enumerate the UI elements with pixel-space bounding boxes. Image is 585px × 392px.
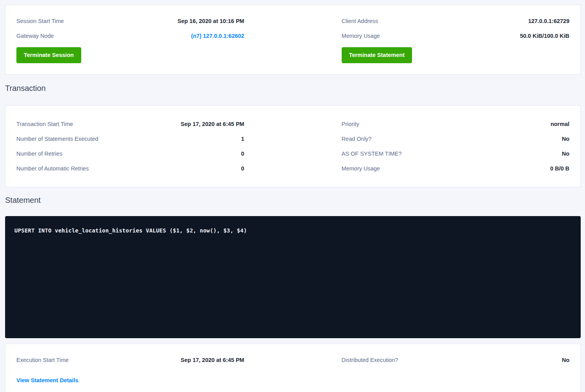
transaction-start-time-row: Transaction Start Time Sep 17, 2020 at 6… [16,120,244,128]
execution-card-right-column: Distributed Execution? No [342,356,569,385]
statements-executed-row: Number of Statements Executed 1 [16,135,244,143]
as-of-system-time-row: AS OF SYSTEM TIME? No [342,149,569,158]
retries-label: Number of Retries [16,149,62,158]
statements-executed-value: 1 [241,135,244,143]
session-start-time-row: Session Start Time Sep 16, 2020 at 10:16… [16,17,244,25]
client-address-row: Client Address 127.0.0.1:62729 [342,17,569,25]
distributed-execution-row: Distributed Execution? No [342,356,569,364]
session-start-time-label: Session Start Time [16,17,64,25]
transaction-section-title: Transaction [5,83,581,94]
session-memory-usage-value: 50.0 KiB/100.0 KiB [520,32,569,40]
statement-section-title: Statement [5,195,581,206]
session-summary-card: Session Start Time Sep 16, 2020 at 10:16… [5,5,581,74]
transaction-memory-usage-value: 0 B/0 B [550,164,569,173]
execution-start-time-row: Execution Start Time Sep 17, 2020 at 6:4… [16,356,244,364]
priority-row: Priority normal [342,120,569,128]
transaction-summary-card: Transaction Start Time Sep 17, 2020 at 6… [5,105,581,187]
retries-row: Number of Retries 0 [16,149,244,158]
session-memory-usage-row: Memory Usage 50.0 KiB/100.0 KiB [342,32,569,40]
distributed-execution-value: No [562,356,569,364]
automatic-retries-value: 0 [241,164,244,173]
execution-start-time-value: Sep 17, 2020 at 6:45 PM [181,356,244,364]
client-address-value: 127.0.0.1:62729 [528,17,569,25]
read-only-label: Read Only? [342,135,372,143]
transaction-card-left-column: Transaction Start Time Sep 17, 2020 at 6… [16,120,244,173]
session-card-right-column: Client Address 127.0.0.1:62729 Memory Us… [342,17,569,63]
session-details-page: Session Start Time Sep 16, 2020 at 10:16… [0,0,585,392]
distributed-execution-label: Distributed Execution? [342,356,398,364]
gateway-node-row: Gateway Node (n7) 127.0.0.1:62602 [16,32,244,40]
retries-value: 0 [241,149,244,158]
terminate-session-button[interactable]: Terminate Session [16,47,81,63]
gateway-node-link[interactable]: (n7) 127.0.0.1:62602 [191,32,244,40]
as-of-system-time-value: No [562,149,569,158]
priority-value: normal [551,120,569,128]
statement-sql-text: UPSERT INTO vehicle_location_histories V… [14,227,247,234]
as-of-system-time-label: AS OF SYSTEM TIME? [342,149,402,158]
read-only-row: Read Only? No [342,135,569,143]
transaction-memory-usage-row: Memory Usage 0 B/0 B [342,164,569,173]
transaction-memory-usage-label: Memory Usage [342,164,380,173]
terminate-statement-button[interactable]: Terminate Statement [342,47,412,63]
transaction-start-time-value: Sep 17, 2020 at 6:45 PM [181,120,244,128]
execution-card-left-column: Execution Start Time Sep 17, 2020 at 6:4… [16,356,244,385]
transaction-card-right-column: Priority normal Read Only? No AS OF SYST… [342,120,569,173]
automatic-retries-label: Number of Automatic Retries [16,164,89,173]
statement-sql-box: UPSERT INTO vehicle_location_histories V… [5,216,581,338]
priority-label: Priority [342,120,359,128]
gateway-node-label: Gateway Node [16,32,54,40]
read-only-value: No [562,135,569,143]
client-address-label: Client Address [342,17,378,25]
automatic-retries-row: Number of Automatic Retries 0 [16,164,244,173]
session-card-left-column: Session Start Time Sep 16, 2020 at 10:16… [16,17,244,63]
execution-summary-card: Execution Start Time Sep 17, 2020 at 6:4… [5,344,581,392]
view-statement-details-link[interactable]: View Statement Details [16,376,78,385]
statements-executed-label: Number of Statements Executed [16,135,98,143]
transaction-start-time-label: Transaction Start Time [16,120,73,128]
execution-start-time-label: Execution Start Time [16,356,69,364]
session-memory-usage-label: Memory Usage [342,32,380,40]
session-start-time-value: Sep 16, 2020 at 10:16 PM [178,17,244,25]
